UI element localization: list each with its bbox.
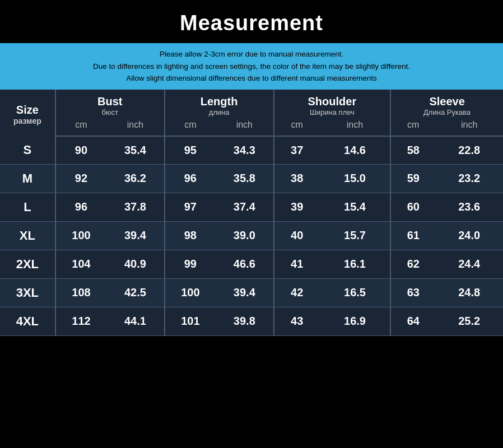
cell-len-inch: 34.3 [216, 136, 273, 165]
cell-len-cm: 98 [165, 221, 216, 250]
cell-len-cm: 96 [165, 164, 216, 193]
cell-sho-inch: 16.5 [320, 278, 390, 307]
cell-len-inch: 46.6 [216, 250, 273, 278]
cell-sho-inch: 14.6 [320, 136, 390, 165]
header-sleeve: Sleeve Длина Рукава [390, 90, 503, 119]
cell-size: 3XL [0, 278, 55, 307]
cell-len-cm: 101 [165, 307, 216, 335]
table-row: L 96 37.8 97 37.4 39 15.4 60 23.6 [0, 193, 503, 221]
cell-sle-inch: 23.2 [435, 164, 503, 193]
cell-sho-inch: 15.0 [320, 164, 390, 193]
header-shoulder: Shoulder Ширина плеч [274, 90, 391, 119]
cell-len-inch: 39.0 [216, 221, 273, 250]
page-container: Measurement Please allow 2-3cm error due… [0, 0, 503, 347]
cell-len-inch: 37.4 [216, 193, 273, 221]
table-row: S 90 35.4 95 34.3 37 14.6 58 22.8 [0, 136, 503, 165]
cell-bust-cm: 92 [55, 164, 106, 193]
notice-box: Please allow 2-3cm error due to manual m… [0, 43, 503, 90]
measurement-table: Size размер Bust бюст Length длина Shoul… [0, 90, 503, 336]
table-row: XL 100 39.4 98 39.0 40 15.7 61 24.0 [0, 221, 503, 250]
cell-bust-inch: 42.5 [106, 278, 164, 307]
cell-len-cm: 97 [165, 193, 216, 221]
cell-sho-inch: 15.4 [320, 193, 390, 221]
cell-sho-cm: 40 [274, 221, 320, 250]
cell-len-inch: 39.8 [216, 307, 273, 335]
cell-bust-inch: 40.9 [106, 250, 164, 278]
cell-size: 2XL [0, 250, 55, 278]
notice-line1: Please allow 2-3cm error due to manual m… [160, 50, 344, 58]
cell-sle-cm: 60 [390, 193, 435, 221]
cell-len-cm: 99 [165, 250, 216, 278]
cell-sle-inch: 24.8 [435, 278, 503, 307]
cell-len-cm: 95 [165, 136, 216, 165]
cell-bust-inch: 35.4 [106, 136, 164, 165]
cell-size: 4XL [0, 307, 55, 335]
cell-len-inch: 35.8 [216, 164, 273, 193]
cell-sle-cm: 59 [390, 164, 435, 193]
table-row: 4XL 112 44.1 101 39.8 43 16.9 64 25.2 [0, 307, 503, 335]
cell-bust-cm: 100 [55, 221, 106, 250]
cell-size: S [0, 136, 55, 165]
cell-sle-inch: 25.2 [435, 307, 503, 335]
cell-sho-inch: 16.9 [320, 307, 390, 335]
notice-line3: Allow slight dimensional differences due… [126, 74, 377, 82]
cell-bust-cm: 90 [55, 136, 106, 165]
subheader-sho-inch: inch [320, 119, 390, 136]
cell-sle-inch: 23.6 [435, 193, 503, 221]
cell-bust-inch: 37.8 [106, 193, 164, 221]
cell-bust-cm: 112 [55, 307, 106, 335]
notice-line2: Due to differences in lighting and scree… [93, 62, 410, 71]
cell-sho-cm: 39 [274, 193, 320, 221]
cell-size: M [0, 164, 55, 193]
cell-sle-inch: 24.4 [435, 250, 503, 278]
table-row: 2XL 104 40.9 99 46.6 41 16.1 62 24.4 [0, 250, 503, 278]
header-size: Size размер [0, 90, 55, 136]
cell-len-cm: 100 [165, 278, 216, 307]
table-wrapper: Size размер Bust бюст Length длина Shoul… [0, 90, 503, 336]
cell-sho-cm: 41 [274, 250, 320, 278]
subheader-len-cm: cm [165, 119, 216, 136]
cell-sho-cm: 38 [274, 164, 320, 193]
cell-bust-cm: 108 [55, 278, 106, 307]
cell-sle-cm: 58 [390, 136, 435, 165]
cell-sho-cm: 42 [274, 278, 320, 307]
table-row: 3XL 108 42.5 100 39.4 42 16.5 63 24.8 [0, 278, 503, 307]
cell-bust-inch: 44.1 [106, 307, 164, 335]
cell-bust-cm: 104 [55, 250, 106, 278]
cell-sle-cm: 62 [390, 250, 435, 278]
table-row: M 92 36.2 96 35.8 38 15.0 59 23.2 [0, 164, 503, 193]
cell-sle-inch: 22.8 [435, 136, 503, 165]
cell-sle-inch: 24.0 [435, 221, 503, 250]
header-length: Length длина [165, 90, 274, 119]
cell-sle-cm: 63 [390, 278, 435, 307]
subheader-sho-cm: cm [274, 119, 320, 136]
cell-size: XL [0, 221, 55, 250]
cell-len-inch: 39.4 [216, 278, 273, 307]
page-title: Measurement [0, 6, 503, 43]
cell-bust-inch: 36.2 [106, 164, 164, 193]
subheader-sle-inch: inch [435, 119, 503, 136]
cell-bust-cm: 96 [55, 193, 106, 221]
subheader-len-inch: inch [216, 119, 273, 136]
cell-sho-inch: 16.1 [320, 250, 390, 278]
header-bust: Bust бюст [55, 90, 165, 119]
cell-sho-cm: 37 [274, 136, 320, 165]
subheader-bust-inch: inch [106, 119, 164, 136]
cell-sho-cm: 43 [274, 307, 320, 335]
cell-bust-inch: 39.4 [106, 221, 164, 250]
cell-sle-cm: 64 [390, 307, 435, 335]
cell-sle-cm: 61 [390, 221, 435, 250]
cell-size: L [0, 193, 55, 221]
cell-sho-inch: 15.7 [320, 221, 390, 250]
subheader-sle-cm: cm [390, 119, 435, 136]
subheader-bust-cm: cm [55, 119, 106, 136]
